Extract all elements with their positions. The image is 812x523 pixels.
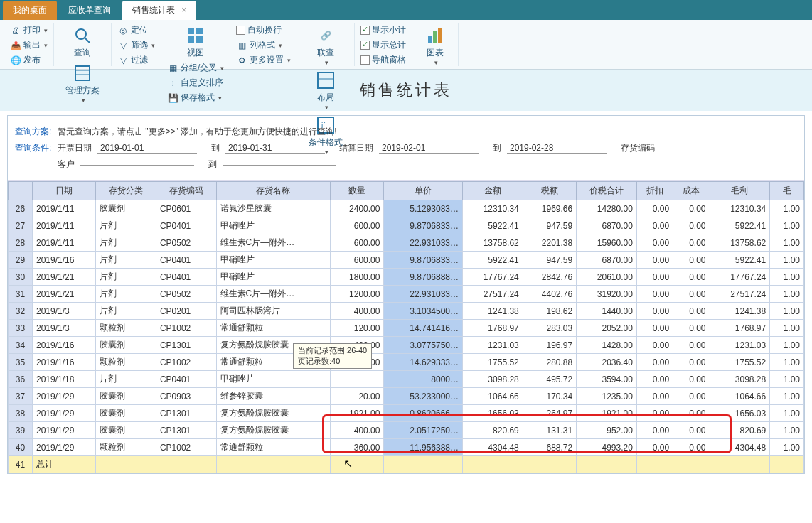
svg-rect-5: [188, 28, 194, 34]
grid-icon: [184, 24, 207, 47]
table-row[interactable]: 322019/1/3片剂CP0201阿司匹林肠溶片400.003.1034500…: [9, 303, 804, 320]
billdate-to-input[interactable]: 2019-01-31: [225, 142, 325, 154]
colformat-button[interactable]: ▥列格式▾: [236, 38, 291, 53]
group-button[interactable]: ▦分组/交叉▾: [167, 60, 224, 75]
publish-icon: 🌐: [10, 55, 21, 66]
magnifier-icon: [71, 24, 94, 47]
link-button[interactable]: 🔗联查▾: [303, 23, 348, 68]
navpane-check[interactable]: 导航窗格: [360, 53, 406, 68]
col-header[interactable]: 日期: [33, 182, 96, 200]
print-button[interactable]: 🖨打印▾: [10, 23, 48, 38]
tab-receivable[interactable]: 应收单查询: [58, 1, 121, 20]
col-header[interactable]: 存货名称: [216, 182, 330, 200]
ribbon-toolbar: 🖨打印▾ 📤输出▾ 🌐发布 查询 管理方案▾ ◎定位 ▽筛选▾ ▽过滤 视图 ▦…: [0, 20, 812, 70]
checkbox-icon: [360, 55, 370, 65]
grid-wrap: 日期存货分类存货编码存货名称数量单价金额税额价税合计折扣成本毛利毛 262019…: [8, 181, 804, 473]
svg-rect-13: [428, 36, 432, 43]
table-row[interactable]: 282019/1/11片剂CP0502维生素C片—附外…600.0022.931…: [9, 234, 804, 252]
scheme-label: 查询方案:: [15, 126, 58, 138]
table-row[interactable]: 262019/1/11胶囊剂CP0601诺氟沙星胶囊2400.005.12930…: [9, 200, 804, 217]
scheme-button[interactable]: 管理方案▾: [60, 60, 105, 105]
col-header[interactable]: 毛利: [710, 182, 770, 200]
publish-button[interactable]: 🌐发布: [10, 53, 48, 68]
table-row[interactable]: 342019/1/16胶囊剂CP1301复方氨酚烷胺胶囊400.003.0775…: [9, 337, 804, 354]
col-header[interactable]: 折扣: [636, 182, 673, 200]
col-header[interactable]: 毛: [770, 182, 804, 200]
layout-icon: [314, 69, 337, 92]
layout-button[interactable]: 布局▾: [303, 68, 348, 112]
table-row[interactable]: 372019/1/29胶囊剂CP0903维参锌胶囊20.0053.233000……: [9, 388, 804, 405]
view-button[interactable]: 视图: [167, 23, 224, 60]
tab-desktop[interactable]: 我的桌面: [3, 1, 57, 20]
svg-rect-8: [196, 36, 203, 43]
tooltip-line2: 页记录数:40: [298, 356, 367, 367]
col-header[interactable]: 金额: [463, 182, 523, 200]
table-row[interactable]: 332019/1/3颗粒剂CP1002常通舒颗粒120.0014.741416……: [9, 320, 804, 337]
table-row[interactable]: 292019/1/16片剂CP0401甲硝唑片600.009.8706833…5…: [9, 252, 804, 269]
svg-rect-15: [438, 28, 442, 43]
clearfilter-button[interactable]: ▽过滤: [117, 53, 155, 68]
table-row[interactable]: 382019/1/29胶囊剂CP1301复方氨酚烷胺胶囊1921.000.862…: [9, 405, 804, 422]
chart-button[interactable]: 图表▾: [418, 23, 452, 68]
total-check[interactable]: 显示总计: [360, 38, 406, 53]
chart-icon: [424, 24, 447, 47]
group-icon: ▦: [167, 63, 178, 74]
col-header[interactable]: 数量: [330, 182, 383, 200]
custorder-button[interactable]: ↕自定义排序: [167, 75, 224, 90]
query-button[interactable]: 查询: [60, 23, 105, 60]
settledate-label: 结算日期: [339, 142, 373, 154]
svg-point-0: [76, 29, 86, 39]
svg-rect-2: [75, 66, 90, 80]
stockcode-label: 存货编码: [621, 142, 655, 154]
col-header[interactable]: 单价: [384, 182, 463, 200]
table-row[interactable]: 312019/1/21片剂CP0502维生素C片—附外…1200.0022.93…: [9, 286, 804, 303]
settledate-from-input[interactable]: 2019-02-01: [379, 142, 479, 154]
scheme-text: 暂无查询方案，请点击 "更多>>" 添加，有助于您更加方便快捷的进行查询!: [58, 126, 337, 138]
sort-icon: ↕: [167, 77, 178, 89]
total-row[interactable]: 41总计: [9, 456, 804, 473]
more-button[interactable]: ⚙更多设置▾: [236, 53, 291, 68]
autowrap-check[interactable]: 自动换行: [236, 23, 291, 38]
col-header[interactable]: 税额: [523, 182, 576, 200]
checkbox-icon: [236, 26, 245, 35]
svg-rect-9: [318, 72, 333, 88]
saveformat-button[interactable]: 💾保存格式▾: [167, 90, 224, 105]
svg-rect-7: [188, 36, 194, 43]
gear-icon: ⚙: [236, 55, 247, 66]
save-icon: 💾: [167, 92, 178, 104]
tab-close-icon[interactable]: ×: [181, 5, 186, 15]
filter-button[interactable]: ▽筛选▾: [117, 38, 155, 53]
col-header[interactable]: 价税合计: [577, 182, 637, 200]
customer-label: 客户: [58, 158, 75, 171]
record-tooltip: 当前记录范围:26-40 页记录数:40: [293, 343, 372, 369]
cond-label: 查询条件:: [15, 142, 58, 154]
billdate-from-input[interactable]: 2019-01-01: [97, 142, 197, 154]
settledate-to-input[interactable]: 2019-02-28: [507, 142, 607, 154]
customer-to-input[interactable]: [223, 163, 336, 166]
locate-button[interactable]: ◎定位: [117, 23, 155, 38]
link-icon: 🔗: [314, 24, 337, 47]
table-row[interactable]: 302019/1/21片剂CP0401甲硝唑片1800.009.8706888……: [9, 269, 804, 286]
col-header[interactable]: 存货编码: [156, 182, 216, 200]
checkbox-checked-icon: [360, 26, 370, 35]
table-row[interactable]: 272019/1/11片剂CP0401甲硝唑片600.009.8706833…5…: [9, 217, 804, 234]
table-row[interactable]: 352019/1/16颗粒剂CP1002常通舒颗粒120.0014.629333…: [9, 354, 804, 371]
data-grid[interactable]: 日期存货分类存货编码存货名称数量单价金额税额价税合计折扣成本毛利毛 262019…: [8, 181, 804, 473]
stockcode-input[interactable]: [661, 147, 760, 149]
checkbox-checked-icon: [360, 41, 370, 50]
cursor-icon: ↖: [343, 457, 353, 470]
col-header[interactable]: 存货分类: [96, 182, 156, 200]
column-icon: ▥: [236, 40, 247, 51]
table-row[interactable]: 402019/1/29颗粒剂CP1002常通舒颗粒360.0011.956388…: [9, 439, 804, 456]
report-title: 销售统计表: [0, 80, 812, 101]
table-row[interactable]: 392019/1/29胶囊剂CP1301复方氨酚烷胺胶囊400.002.0517…: [9, 422, 804, 439]
subtotal-check[interactable]: 显示小计: [360, 23, 406, 38]
export-button[interactable]: 📤输出▾: [10, 38, 48, 53]
to-label-3: 到: [208, 158, 217, 171]
tooltip-line1: 当前记录范围:26-40: [298, 345, 367, 356]
col-header[interactable]: 成本: [673, 182, 710, 200]
table-row[interactable]: 362019/1/18片剂CP0401甲硝唑片8000…3098.28495.7…: [9, 371, 804, 388]
tab-sales-stats[interactable]: 销售统计表 ×: [122, 1, 196, 20]
customer-input[interactable]: [80, 163, 194, 166]
locate-icon: ◎: [117, 25, 129, 36]
